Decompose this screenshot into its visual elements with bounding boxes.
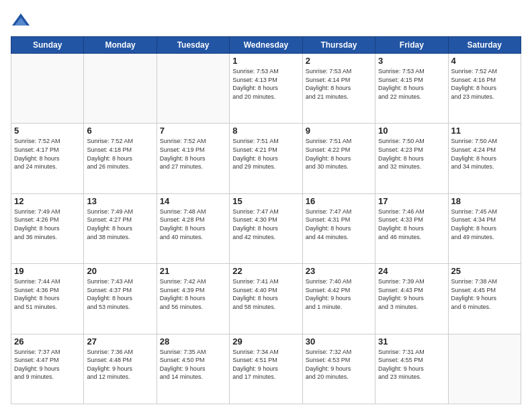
calendar-cell: 22Sunrise: 7:41 AM Sunset: 4:40 PM Dayli… bbox=[230, 264, 302, 334]
day-info: Sunrise: 7:47 AM Sunset: 4:31 PM Dayligh… bbox=[306, 208, 372, 241]
weekday-header: Tuesday bbox=[157, 37, 229, 54]
day-number: 27 bbox=[87, 336, 153, 347]
day-info: Sunrise: 7:42 AM Sunset: 4:39 PM Dayligh… bbox=[160, 277, 226, 311]
calendar-cell: 13Sunrise: 7:49 AM Sunset: 4:27 PM Dayli… bbox=[84, 193, 157, 263]
calendar-cell: 1Sunrise: 7:53 AM Sunset: 4:13 PM Daylig… bbox=[230, 54, 302, 124]
day-info: Sunrise: 7:48 AM Sunset: 4:28 PM Dayligh… bbox=[160, 208, 226, 241]
calendar-cell: 2Sunrise: 7:53 AM Sunset: 4:14 PM Daylig… bbox=[302, 54, 375, 124]
day-info: Sunrise: 7:46 AM Sunset: 4:33 PM Dayligh… bbox=[378, 208, 445, 241]
day-info: Sunrise: 7:50 AM Sunset: 4:23 PM Dayligh… bbox=[378, 137, 445, 171]
day-number: 25 bbox=[451, 266, 518, 276]
day-info: Sunrise: 7:38 AM Sunset: 4:45 PM Dayligh… bbox=[451, 277, 518, 311]
calendar-cell: 30Sunrise: 7:32 AM Sunset: 4:53 PM Dayli… bbox=[302, 334, 375, 404]
calendar-cell bbox=[11, 54, 84, 124]
logo bbox=[11, 11, 34, 31]
calendar-cell: 10Sunrise: 7:50 AM Sunset: 4:23 PM Dayli… bbox=[375, 124, 448, 193]
day-number: 11 bbox=[451, 126, 518, 136]
calendar-week-row: 12Sunrise: 7:49 AM Sunset: 4:26 PM Dayli… bbox=[11, 193, 521, 263]
calendar-week-row: 1Sunrise: 7:53 AM Sunset: 4:13 PM Daylig… bbox=[11, 54, 521, 124]
day-info: Sunrise: 7:53 AM Sunset: 4:13 PM Dayligh… bbox=[232, 67, 299, 101]
weekday-header: Friday bbox=[375, 37, 448, 54]
calendar-cell: 14Sunrise: 7:48 AM Sunset: 4:28 PM Dayli… bbox=[157, 193, 229, 263]
day-info: Sunrise: 7:39 AM Sunset: 4:43 PM Dayligh… bbox=[378, 277, 445, 311]
day-info: Sunrise: 7:49 AM Sunset: 4:27 PM Dayligh… bbox=[87, 208, 153, 241]
day-info: Sunrise: 7:40 AM Sunset: 4:42 PM Dayligh… bbox=[306, 277, 372, 311]
day-number: 13 bbox=[87, 196, 153, 206]
logo-icon bbox=[11, 11, 31, 31]
day-number: 5 bbox=[14, 126, 81, 136]
calendar-cell: 31Sunrise: 7:31 AM Sunset: 4:55 PM Dayli… bbox=[375, 334, 448, 404]
day-number: 9 bbox=[306, 126, 372, 136]
day-info: Sunrise: 7:32 AM Sunset: 4:53 PM Dayligh… bbox=[306, 348, 372, 381]
day-number: 28 bbox=[160, 336, 226, 347]
calendar-week-row: 26Sunrise: 7:37 AM Sunset: 4:47 PM Dayli… bbox=[11, 334, 521, 404]
weekday-header: Saturday bbox=[448, 37, 521, 54]
calendar-cell: 15Sunrise: 7:47 AM Sunset: 4:30 PM Dayli… bbox=[230, 193, 302, 263]
day-number: 17 bbox=[378, 196, 445, 206]
calendar-cell: 4Sunrise: 7:52 AM Sunset: 4:16 PM Daylig… bbox=[448, 54, 521, 124]
day-number: 31 bbox=[378, 336, 445, 347]
calendar-cell: 17Sunrise: 7:46 AM Sunset: 4:33 PM Dayli… bbox=[375, 193, 448, 263]
day-info: Sunrise: 7:31 AM Sunset: 4:55 PM Dayligh… bbox=[378, 348, 445, 381]
day-info: Sunrise: 7:35 AM Sunset: 4:50 PM Dayligh… bbox=[160, 348, 226, 381]
calendar-cell: 9Sunrise: 7:51 AM Sunset: 4:22 PM Daylig… bbox=[302, 124, 375, 193]
calendar-cell: 20Sunrise: 7:43 AM Sunset: 4:37 PM Dayli… bbox=[84, 264, 157, 334]
day-number: 29 bbox=[232, 336, 299, 347]
day-info: Sunrise: 7:45 AM Sunset: 4:34 PM Dayligh… bbox=[451, 208, 518, 241]
day-number: 26 bbox=[14, 336, 81, 347]
day-info: Sunrise: 7:52 AM Sunset: 4:16 PM Dayligh… bbox=[451, 67, 518, 101]
day-number: 16 bbox=[306, 196, 372, 206]
weekday-header-row: SundayMondayTuesdayWednesdayThursdayFrid… bbox=[11, 37, 521, 54]
calendar-cell: 12Sunrise: 7:49 AM Sunset: 4:26 PM Dayli… bbox=[11, 193, 84, 263]
day-info: Sunrise: 7:53 AM Sunset: 4:14 PM Dayligh… bbox=[306, 67, 372, 101]
day-info: Sunrise: 7:36 AM Sunset: 4:48 PM Dayligh… bbox=[87, 348, 153, 381]
calendar-cell: 16Sunrise: 7:47 AM Sunset: 4:31 PM Dayli… bbox=[302, 193, 375, 263]
calendar-cell bbox=[157, 54, 229, 124]
calendar-cell: 8Sunrise: 7:51 AM Sunset: 4:21 PM Daylig… bbox=[230, 124, 302, 193]
day-info: Sunrise: 7:43 AM Sunset: 4:37 PM Dayligh… bbox=[87, 277, 153, 311]
day-info: Sunrise: 7:53 AM Sunset: 4:15 PM Dayligh… bbox=[378, 67, 445, 101]
day-number: 18 bbox=[451, 196, 518, 206]
header bbox=[11, 11, 521, 31]
calendar-cell: 18Sunrise: 7:45 AM Sunset: 4:34 PM Dayli… bbox=[448, 193, 521, 263]
day-number: 19 bbox=[14, 266, 81, 276]
day-number: 30 bbox=[306, 336, 372, 347]
day-info: Sunrise: 7:37 AM Sunset: 4:47 PM Dayligh… bbox=[14, 348, 81, 381]
calendar-cell: 21Sunrise: 7:42 AM Sunset: 4:39 PM Dayli… bbox=[157, 264, 229, 334]
day-info: Sunrise: 7:52 AM Sunset: 4:17 PM Dayligh… bbox=[14, 137, 81, 171]
day-number: 21 bbox=[160, 266, 226, 276]
calendar-cell bbox=[448, 334, 521, 404]
calendar-cell: 3Sunrise: 7:53 AM Sunset: 4:15 PM Daylig… bbox=[375, 54, 448, 124]
calendar-cell: 23Sunrise: 7:40 AM Sunset: 4:42 PM Dayli… bbox=[302, 264, 375, 334]
day-info: Sunrise: 7:49 AM Sunset: 4:26 PM Dayligh… bbox=[14, 208, 81, 241]
day-number: 6 bbox=[87, 126, 153, 136]
day-number: 14 bbox=[160, 196, 226, 206]
calendar-cell: 28Sunrise: 7:35 AM Sunset: 4:50 PM Dayli… bbox=[157, 334, 229, 404]
calendar-cell: 5Sunrise: 7:52 AM Sunset: 4:17 PM Daylig… bbox=[11, 124, 84, 193]
day-info: Sunrise: 7:44 AM Sunset: 4:36 PM Dayligh… bbox=[14, 277, 81, 311]
day-number: 20 bbox=[87, 266, 153, 276]
calendar-cell bbox=[84, 54, 157, 124]
page: SundayMondayTuesdayWednesdayThursdayFrid… bbox=[0, 0, 532, 411]
day-number: 10 bbox=[378, 126, 445, 136]
calendar-cell: 29Sunrise: 7:34 AM Sunset: 4:51 PM Dayli… bbox=[230, 334, 302, 404]
calendar-cell: 11Sunrise: 7:50 AM Sunset: 4:24 PM Dayli… bbox=[448, 124, 521, 193]
day-number: 8 bbox=[232, 126, 299, 136]
calendar-cell: 25Sunrise: 7:38 AM Sunset: 4:45 PM Dayli… bbox=[448, 264, 521, 334]
day-number: 3 bbox=[378, 56, 445, 66]
calendar-cell: 26Sunrise: 7:37 AM Sunset: 4:47 PM Dayli… bbox=[11, 334, 84, 404]
day-info: Sunrise: 7:34 AM Sunset: 4:51 PM Dayligh… bbox=[232, 348, 299, 381]
calendar-cell: 24Sunrise: 7:39 AM Sunset: 4:43 PM Dayli… bbox=[375, 264, 448, 334]
day-info: Sunrise: 7:51 AM Sunset: 4:22 PM Dayligh… bbox=[306, 137, 372, 171]
day-number: 2 bbox=[306, 56, 372, 66]
day-number: 12 bbox=[14, 196, 81, 206]
day-info: Sunrise: 7:52 AM Sunset: 4:18 PM Dayligh… bbox=[87, 137, 153, 171]
calendar-table: SundayMondayTuesdayWednesdayThursdayFrid… bbox=[11, 36, 521, 404]
weekday-header: Sunday bbox=[11, 37, 84, 54]
weekday-header: Monday bbox=[84, 37, 157, 54]
day-info: Sunrise: 7:52 AM Sunset: 4:19 PM Dayligh… bbox=[160, 137, 226, 171]
day-number: 15 bbox=[232, 196, 299, 206]
day-number: 4 bbox=[451, 56, 518, 66]
day-info: Sunrise: 7:41 AM Sunset: 4:40 PM Dayligh… bbox=[232, 277, 299, 311]
calendar-week-row: 5Sunrise: 7:52 AM Sunset: 4:17 PM Daylig… bbox=[11, 124, 521, 193]
